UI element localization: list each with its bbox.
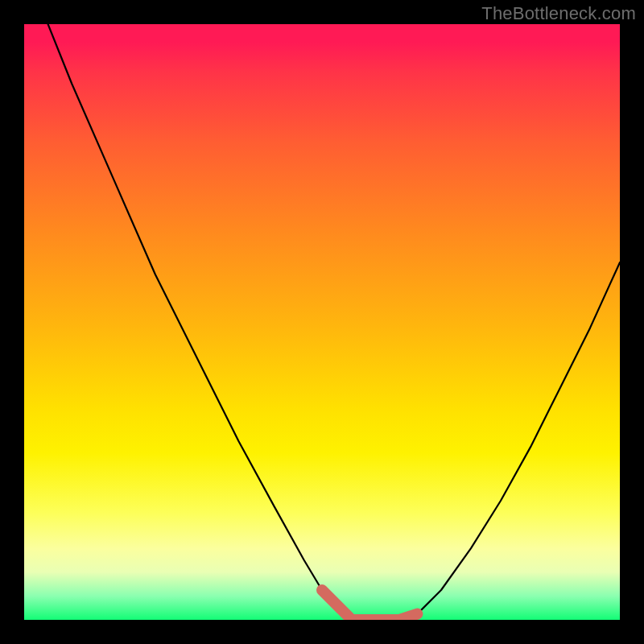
plot-area	[24, 24, 620, 620]
watermark-label: TheBottleneck.com	[481, 3, 636, 24]
chart-frame: TheBottleneck.com	[0, 0, 644, 644]
flat-segment-line	[322, 590, 417, 620]
curve-line	[48, 24, 620, 620]
curve-svg	[24, 24, 620, 620]
